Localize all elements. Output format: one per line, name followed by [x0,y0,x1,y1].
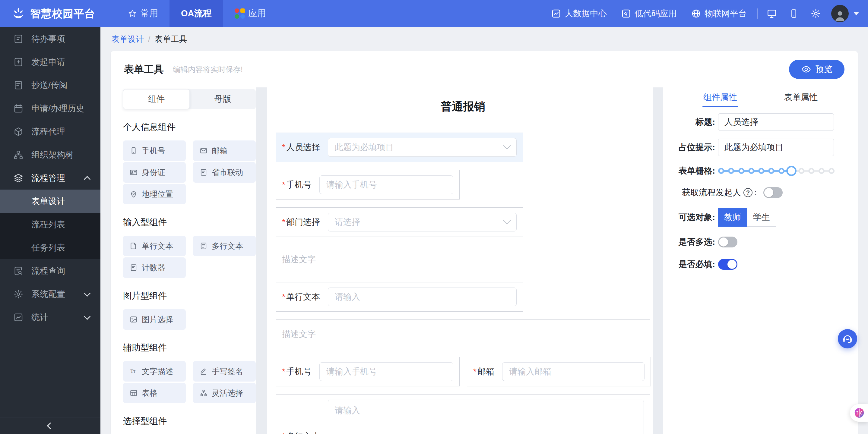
sidebar-subitem-task-list[interactable]: 任务列表 [0,236,100,259]
placeholder-input[interactable] [718,139,834,156]
target-option-student[interactable]: 学生 [747,208,776,227]
sidebar-item-system-config[interactable]: 系统配置 [0,282,100,306]
slider-step[interactable] [758,168,764,174]
chevron-down-icon[interactable] [854,12,859,15]
content-card: 表单工具 编辑内容将实时保存! 预览 组件 母版 [111,51,858,434]
sidebar-subitem-form-design[interactable]: 表单设计 [0,190,100,213]
form-field-description-2[interactable]: 描述文字 [276,320,650,349]
single-line-text-input[interactable]: 请输入 [328,288,517,306]
component-chip-table[interactable]: 表格 [123,383,186,403]
eye-icon [801,64,811,74]
slider-step[interactable] [829,168,835,174]
slider-step[interactable] [738,168,744,174]
component-chip-counter[interactable]: 计数器 [123,257,186,278]
slider-step[interactable] [778,168,784,174]
slider-handle[interactable] [786,166,797,176]
component-chip-email[interactable]: 邮箱 [193,140,256,161]
support-floating-button[interactable] [838,329,857,348]
component-chip-signature[interactable]: 手写签名 [193,361,256,381]
form-field-multi-line-text[interactable]: 多行文本 请输入 [276,394,650,434]
component-chip-flexible-select[interactable]: 灵活选择 [193,383,256,403]
sidebar-item-org-tree[interactable]: 组织架构树 [0,143,100,166]
slider-step[interactable] [718,168,724,174]
section-auxiliary-type: 辅助型组件 [123,342,256,354]
globe-icon [691,9,701,19]
multi-select-toggle[interactable] [718,237,737,247]
nav-tab-oa-flow[interactable]: OA流程 [169,0,223,27]
slider-step[interactable] [768,168,774,174]
sidebar-collapse-button[interactable] [0,417,100,434]
email-input[interactable]: 请输入邮箱 [502,362,645,381]
sidebar-item-todo[interactable]: 待办事项 [0,27,100,50]
section-image-type: 图片型组件 [123,290,256,302]
form-field-single-line-text[interactable]: 单行文本 请输入 [276,282,523,312]
chevron-down-icon [84,290,91,297]
settings-gear-icon[interactable] [805,8,827,19]
sidebar: 待办事项 发起申请 抄送/传阅 申请/办理历史 流程代理 [0,27,100,434]
main-area: 表单设计 / 表单工具 表单工具 编辑内容将实时保存! 预览 [100,27,868,434]
user-avatar[interactable] [831,5,849,22]
initiator-label: 获取流程发起人 ? : [682,187,757,198]
component-chip-image-select[interactable]: 图片选择 [123,309,186,330]
tab-form-properties[interactable]: 表单属性 [761,88,841,107]
component-chip-id-card[interactable]: 身份证 [123,162,186,182]
component-chip-text-description[interactable]: Tт 文字描述 [123,361,186,381]
table-icon [130,389,137,397]
sidebar-item-proxy[interactable]: 流程代理 [0,120,100,143]
slider-step[interactable] [798,168,804,174]
mobile-icon[interactable] [783,9,805,19]
department-select-dropdown[interactable]: 请选择 [328,213,517,231]
form-field-phone[interactable]: 手机号 请输入手机号 [276,170,460,200]
target-option-teacher[interactable]: 教师 [718,208,747,227]
ai-assistant-button[interactable] [850,404,868,422]
slider-step[interactable] [728,168,734,174]
section-select-type: 选择型组件 [123,415,256,427]
form-field-department-select[interactable]: 部门选择 请选择 [276,207,523,237]
initiator-toggle[interactable] [763,187,783,198]
monitor-icon[interactable] [761,8,783,19]
sidebar-subitem-flow-list[interactable]: 流程列表 [0,213,100,236]
nav-tab-frequent[interactable]: 常用 [116,0,169,27]
gear-icon [13,289,24,299]
nav-link-big-data[interactable]: 大数据中心 [544,8,614,19]
component-chip-geolocation[interactable]: 地理位置 [123,184,186,204]
sidebar-item-flow-management[interactable]: 流程管理 [0,166,100,190]
nav-tab-apps[interactable]: 应用 [223,0,277,27]
phone-input-2[interactable]: 请输入手机号 [319,362,453,381]
sidebar-item-history[interactable]: 申请/办理历史 [0,97,100,120]
slider-step[interactable] [808,168,814,174]
breadcrumb-form-design-link[interactable]: 表单设计 [111,34,144,44]
component-chip-multi-line-text[interactable]: 多行文本 [193,236,256,256]
tab-component-properties[interactable]: 组件属性 [680,88,761,107]
person-select-dropdown[interactable]: 此题为必填项目 [328,138,517,157]
id-card-icon [130,168,137,176]
phone-input[interactable]: 请输入手机号 [319,175,453,194]
help-icon[interactable]: ? [743,188,752,197]
required-toggle[interactable] [718,259,737,270]
nav-link-low-code[interactable]: 低代码应用 [614,8,684,19]
nav-link-iot[interactable]: 物联网平台 [684,8,754,19]
form-grid-slider[interactable] [718,166,835,176]
title-input[interactable] [718,113,834,131]
sidebar-item-flow-query[interactable]: 流程查询 [0,259,100,282]
slider-step[interactable] [818,168,825,174]
sidebar-item-cc[interactable]: 抄送/传阅 [0,73,100,97]
brain-icon [853,407,866,419]
sidebar-item-statistics[interactable]: 统计 [0,306,100,329]
form-field-person-select[interactable]: 人员选择 此题为必填项目 [276,133,523,162]
chevron-up-icon [84,176,91,182]
form-field-phone-2[interactable]: 手机号 请输入手机号 [276,357,460,387]
form-field-description-1[interactable]: 描述文字 [276,245,650,274]
component-chip-phone[interactable]: 手机号 [123,140,186,161]
tab-components[interactable]: 组件 [123,89,190,109]
nav-tabs: 常用 OA流程 应用 [116,0,277,27]
tab-master[interactable]: 母版 [190,89,256,109]
form-field-email[interactable]: 邮箱 请输入邮箱 [467,357,651,387]
multi-line-textarea[interactable]: 请输入 [328,400,644,434]
component-chip-province-city[interactable]: 省市联动 [193,162,256,182]
preview-button[interactable]: 预览 [789,60,844,79]
component-chip-single-line-text[interactable]: 单行文本 [123,236,186,256]
slider-step[interactable] [748,168,754,174]
sidebar-item-new-request[interactable]: 发起申请 [0,50,100,73]
star-icon [128,9,137,18]
